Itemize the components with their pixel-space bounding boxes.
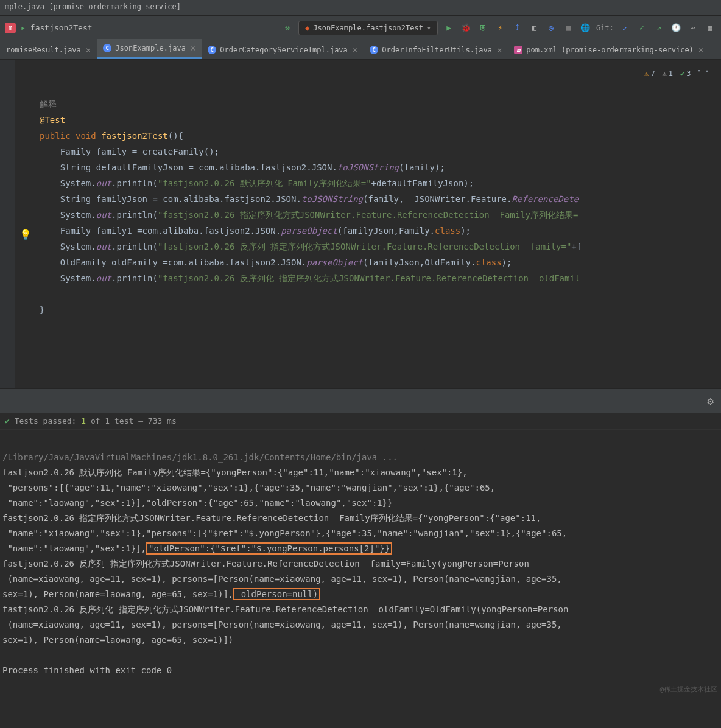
editor[interactable]: 💡 ⚠7 ⚠1 ✔3 ˄ ˅ 解释 @Test public void fast…	[0, 60, 721, 388]
undo-icon[interactable]: ↶	[687, 22, 699, 34]
run-config-selector[interactable]: ◆ JsonExample.fastjson2Test ▾	[298, 21, 438, 35]
attach-icon[interactable]: ⤴	[511, 22, 523, 34]
git-commit-icon[interactable]: ✓	[636, 22, 648, 34]
test-status-bar: ✔ Tests passed: 1 of 1 test – 733 ms	[0, 413, 721, 430]
run-config-label: JsonExample.fastjson2Test	[313, 24, 423, 32]
maven-icon: m	[514, 46, 522, 54]
project-icon: m	[5, 23, 16, 33]
check-icon: ✔	[680, 66, 684, 82]
close-icon[interactable]: ×	[86, 45, 91, 55]
highlighted-output-2: oldPerson=null)	[233, 588, 320, 600]
close-icon[interactable]: ×	[497, 45, 502, 55]
code-annotation: @Test	[40, 115, 65, 125]
square-icon[interactable]: ■	[562, 22, 574, 34]
clock-icon[interactable]: ◷	[545, 22, 557, 34]
code-area[interactable]: ⚠7 ⚠1 ✔3 ˄ ˅ 解释 @Test public void fastjs…	[15, 60, 721, 388]
debug-icon[interactable]: 🐞	[460, 22, 472, 34]
console-toolbar: ⚙	[0, 388, 721, 413]
tab-romiseresult[interactable]: romiseResult.java×	[0, 41, 97, 59]
profile-icon[interactable]: ⚡	[494, 22, 506, 34]
stop-icon[interactable]: ◧	[528, 22, 540, 34]
inspections-widget[interactable]: ⚠7 ⚠1 ✔3 ˄ ˅	[644, 66, 709, 82]
git-push-icon[interactable]: ↗	[653, 22, 665, 34]
tab-jsonexample[interactable]: CJsonExample.java×	[97, 39, 202, 59]
class-icon: C	[103, 44, 111, 52]
hammer-icon[interactable]: ⚒	[281, 22, 294, 34]
main-toolbar: m ▸ fastjson2Test ⚒ ◆ JsonExample.fastjs…	[0, 16, 721, 40]
globe-icon[interactable]: 🌐	[579, 22, 591, 34]
tab-pom[interactable]: mpom.xml (promise-ordermarking-service)×	[508, 41, 709, 59]
warning-icon: ⚠	[644, 66, 649, 82]
history-icon[interactable]: 🕐	[670, 22, 682, 34]
more-icon[interactable]: ▦	[704, 22, 716, 34]
git-pull-icon[interactable]: ↙	[619, 22, 631, 34]
close-icon[interactable]: ×	[353, 45, 357, 55]
run-icon[interactable]: ▶	[443, 22, 455, 34]
class-icon: C	[208, 46, 216, 54]
gutter[interactable]	[0, 60, 15, 388]
git-label: Git:	[596, 24, 614, 32]
console-output[interactable]: /Library/Java/JavaVirtualMachines/jdk1.8…	[0, 430, 721, 698]
chevron-down-icon: ▾	[427, 24, 431, 32]
title-bar: mple.java [promise-ordermarking-service]	[0, 0, 721, 16]
gear-icon[interactable]: ⚙	[707, 394, 714, 407]
close-icon[interactable]: ×	[191, 43, 195, 53]
project-label[interactable]: fastjson2Test	[30, 23, 93, 32]
tab-orderinfo[interactable]: COrderInfoFilterUtils.java×	[364, 41, 508, 59]
tab-ordercategory[interactable]: COrderCategoryServiceImpl.java×	[202, 41, 364, 59]
weak-warning-icon: ⚠	[663, 66, 667, 82]
command-line: /Library/Java/JavaVirtualMachines/jdk1.8…	[2, 452, 398, 462]
watermark: @稀土掘金技术社区	[659, 682, 717, 697]
editor-tabs: romiseResult.java× CJsonExample.java× CO…	[0, 40, 721, 60]
window-title: mple.java [promise-ordermarking-service]	[5, 2, 181, 11]
run-arrow-icon: ▸	[21, 23, 26, 32]
code-comment: 解释	[40, 99, 57, 109]
highlighted-output-1: "oldPerson":{"$ref":"$.yongPerson.person…	[146, 542, 392, 555]
check-icon: ✔	[5, 416, 15, 425]
class-icon: C	[370, 46, 378, 54]
exit-code: Process finished with exit code 0	[2, 665, 172, 675]
coverage-icon[interactable]: ⛨	[477, 22, 489, 34]
close-icon[interactable]: ×	[698, 45, 703, 55]
